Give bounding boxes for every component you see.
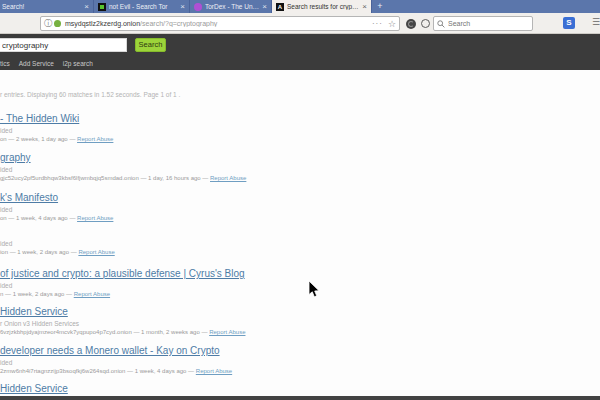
close-icon[interactable]: × [84,3,89,11]
tab-title: TorDex - The Uncensored Tor Index [205,3,259,10]
result-meta: 6vzjzkbhpjdyajmzeor4mcvk7yqpupo4p7cyd.on… [0,329,245,335]
result-description: ided [0,359,232,366]
search-result: Hidden Service [0,383,68,397]
report-abuse-link[interactable]: Report Abuse [77,136,113,142]
ahmia-nav: tics Add Service i2p search [0,56,600,70]
onion-site-icon [54,20,61,27]
tab-ahmia-results-active[interactable]: A Search results for cryptography × [272,0,372,13]
torbutton-onion-icon[interactable] [406,19,416,29]
result-title-link[interactable]: Hidden Service [0,383,68,394]
result-title-link[interactable]: - The Hidden Wiki [0,113,113,124]
result-title-link[interactable]: k's Manifesto [0,192,113,203]
close-icon[interactable]: × [180,3,185,11]
search-result: Hidden Service r Onion v3 Hidden Service… [0,306,245,335]
report-abuse-link[interactable]: Report Abuse [210,175,246,181]
search-result: ided ion — 1 week, 2 days ago — Report A… [0,240,115,255]
search-result: - The Hidden Wiki ided on — 2 weeks, 1 d… [0,113,113,142]
ahmia-header: Search [0,34,600,56]
result-description: ided [0,282,245,289]
tab-notevil[interactable]: not Evil - Search Tor × [94,0,190,13]
tab-tordex[interactable]: TorDex - The Uncensored Tor Index × [190,0,272,13]
close-icon[interactable]: × [362,3,367,11]
result-url-text: n — 1 week, 2 days ago — [0,291,74,297]
result-description: ided [0,127,113,134]
browser-search-input[interactable] [448,20,529,27]
page-actions-icon[interactable]: ··· [372,19,383,28]
close-icon[interactable]: × [262,3,267,11]
result-description: ided [0,240,115,247]
nav-toolbar: ⓘ msydqstlz2kzerdg.onion /search/?q=cryp… [0,13,600,34]
tab-title: not Evil - Search Tor [109,3,177,10]
results-stats-line: r entries. Displaying 60 matches in 1.52… [0,91,180,98]
nav-link-i2p-search[interactable]: i2p search [63,60,93,67]
tab-search[interactable]: Search! × [0,0,94,13]
search-result: of justice and crypto: a plausible defen… [0,268,245,297]
result-url-text: on — 1 week, 4 days ago — [0,215,77,221]
result-meta: gjc52ucy2pf5urdbhqw3kbsf6lfjwmbqjq5smdad… [0,175,246,181]
result-meta: ion — 1 week, 2 days ago — Report Abuse [0,249,115,255]
bottom-dark-strip [0,396,600,400]
search-result: k's Manifesto ided on — 1 week, 4 days a… [0,192,113,221]
search-result: graphy ided gjc52ucy2pf5urdbhqw3kbsf6lfj… [0,152,246,181]
query-input[interactable] [0,38,127,52]
browser-window: Search! × not Evil - Search Tor × TorDex… [0,0,600,400]
ahmia-favicon-icon: A [276,3,284,11]
search-button[interactable]: Search [135,38,166,52]
result-url-text: 2zmw6nh4i7rtagnzzijp3bsoqfkj6w264sqd.oni… [0,368,196,374]
result-description: ided [0,166,246,173]
result-title-link[interactable]: developer needs a Monero wallet - Kay on… [0,345,232,356]
result-meta: n — 1 week, 2 days ago — Report Abuse [0,291,245,297]
result-title-link[interactable]: of justice and crypto: a plausible defen… [0,268,245,279]
report-abuse-link[interactable]: Report Abuse [196,368,232,374]
result-url-text: gjc52ucy2pf5urdbhqw3kbsf6lfjwmbqjq5smdad… [0,175,210,181]
report-abuse-link[interactable]: Report Abuse [74,291,110,297]
bookmark-star-icon[interactable]: ☆ [388,19,396,29]
tab-title: Search results for cryptography [287,3,359,10]
noscript-icon[interactable]: S [563,17,575,29]
url-bar[interactable]: ⓘ msydqstlz2kzerdg.onion /search/?q=cryp… [40,16,400,31]
tab-bar: Search! × not Evil - Search Tor × TorDex… [0,0,600,13]
report-abuse-link[interactable]: Report Abuse [209,329,245,335]
result-title-link[interactable]: Hidden Service [0,306,245,317]
mouse-cursor-icon [308,281,320,299]
result-url-text: on — 2 weeks, 1 day ago — [0,136,77,142]
report-abuse-link[interactable]: Report Abuse [77,215,113,221]
new-tab-button[interactable]: + [372,0,388,13]
result-meta: on — 1 week, 4 days ago — Report Abuse [0,215,113,221]
result-title-link[interactable]: graphy [0,152,246,163]
result-url-text: 6vzjzkbhpjdyajmzeor4mcvk7yqpupo4p7cyd.on… [0,329,209,335]
results-area: r entries. Displaying 60 matches in 1.52… [0,70,600,396]
result-meta: 2zmw6nh4i7rtagnzzijp3bsoqfkj6w264sqd.oni… [0,368,232,374]
nav-link-statistics[interactable]: tics [0,60,10,67]
browser-search-box[interactable] [433,16,533,31]
site-info-icon[interactable]: ⓘ [44,18,52,29]
url-path-text: /search/?q=cryptography [140,20,372,27]
search-result: developer needs a Monero wallet - Kay on… [0,345,232,374]
report-abuse-link[interactable]: Report Abuse [78,249,114,255]
url-host-text: msydqstlz2kzerdg.onion [65,20,140,27]
nav-link-add-service[interactable]: Add Service [19,60,54,67]
tordex-favicon-icon [194,3,202,11]
result-description: ided [0,206,113,213]
result-url-text: ion — 1 week, 2 days ago — [0,249,78,255]
tab-title: Search! [2,3,81,10]
result-meta: on — 2 weeks, 1 day ago — Report Abuse [0,136,113,142]
notevil-favicon-icon [98,3,106,11]
result-description: r Onion v3 Hidden Services [0,320,245,327]
toolbar-circle-icon[interactable] [421,19,430,28]
menu-hamburger-icon[interactable]: ☰ [592,17,600,27]
magnifier-icon [437,20,445,28]
